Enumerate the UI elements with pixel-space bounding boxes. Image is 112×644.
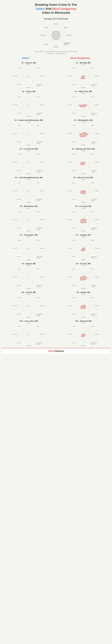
svg-line-369 (23, 300, 29, 306)
svg-text:Rape: Rape (91, 240, 94, 241)
danger-city-card: #3 – Minneapolis, MN MurderRapeRobberyAg… (56, 118, 110, 146)
svg-text:AggravatedAssault: AggravatedAssault (37, 141, 42, 144)
svg-text:Robbery: Robbery (40, 219, 44, 220)
svg-text:AggravatedAssault: AggravatedAssault (91, 227, 97, 230)
svg-text:Murder: Murder (82, 150, 85, 151)
svg-text:Car Theft: Car Theft (67, 276, 72, 278)
safe-radar-wrap: MurderRapeRobberyAggravatedAssaultBurgla… (2, 122, 55, 146)
danger-city-card: #10 – Brainerd, MN MurderRapeRobberyAggr… (56, 319, 110, 347)
svg-text:AggravatedAssault: AggravatedAssault (37, 314, 42, 316)
safe-city-card: #5 – Cold Spring/Richmond, MN MurderRape… (2, 176, 56, 204)
svg-text:Murder: Murder (27, 265, 30, 266)
safe-city-card: #1 – Kasson, MN MurderRapeRobberyAggrava… (2, 61, 56, 89)
svg-text:AggravatedAssault: AggravatedAssault (91, 256, 97, 259)
svg-text:Robbery: Robbery (40, 334, 44, 335)
safe-radar-wrap: MurderRapeRobberyAggravatedAssaultBurgla… (2, 64, 55, 88)
svg-line-155 (29, 162, 34, 168)
pair-row: #1 – Kasson, MN MurderRapeRobberyAggrava… (2, 61, 110, 89)
svg-line-279 (29, 243, 34, 248)
svg-text:Car Theft: Car Theft (67, 76, 72, 77)
svg-text:Burglary: Burglary (81, 316, 86, 318)
pair-row: #10 – Lino Lakes, MN MurderRapeRobberyAg… (2, 319, 110, 347)
svg-text:Rape: Rape (91, 268, 94, 270)
danger-city-title: #2 – Waite Park, MN (57, 90, 110, 92)
svg-line-321 (29, 272, 34, 277)
svg-line-239 (29, 220, 34, 226)
svg-line-75 (23, 99, 29, 105)
danger-city-card: #6 – St. Cloud, MN MurderRapeRobberyAggr… (56, 204, 110, 232)
svg-text:AggravatedAssault: AggravatedAssault (91, 285, 97, 287)
avg-title: Average City In Minnesota (2, 18, 110, 20)
svg-text:Larceny: Larceny (72, 342, 75, 343)
pair-row: #7 – Farmington, MN MurderRapeRobberyAgg… (2, 233, 110, 261)
svg-text:AggravatedAssault: AggravatedAssault (91, 170, 97, 172)
svg-line-29 (29, 76, 34, 82)
safe-city-title: #2 – Orono, MN (2, 90, 55, 92)
svg-marker-55 (81, 75, 86, 79)
svg-text:Arson: Arson (72, 211, 75, 212)
svg-text:Burglary: Burglary (81, 87, 86, 88)
page-container: Breaking Down Crime In The Safest And Mo… (0, 0, 112, 357)
svg-text:Car Theft: Car Theft (12, 104, 17, 106)
safe-city-card: #9 – Jordan, MN MurderRapeRobberyAggrava… (2, 290, 56, 318)
safe-radar-wrap: MurderRapeRobberyAggravatedAssaultBurgla… (2, 93, 55, 117)
safe-city-card: #6 – Minnetrista, MN MurderRapeRobberyAg… (2, 204, 56, 232)
svg-text:Burglary: Burglary (26, 316, 31, 318)
source-note: Each category of crime indexed to the wo… (2, 51, 110, 54)
danger-city-card: #5 – West St. Paul, MN MurderRapeRobbery… (56, 176, 110, 204)
svg-text:Murder: Murder (54, 23, 58, 25)
svg-line-306 (78, 243, 83, 248)
svg-text:Robbery: Robbery (95, 133, 99, 134)
pair-row: #8 – Dayton, MN MurderRapeRobberyAggrava… (2, 262, 110, 290)
svg-text:Larceny: Larceny (17, 84, 21, 85)
svg-text:Robbery: Robbery (95, 76, 99, 77)
danger-radar-wrap: MurderRapeRobberyAggravatedAssaultBurgla… (57, 122, 110, 146)
svg-text:Murder: Murder (27, 150, 30, 151)
svg-text:Larceny: Larceny (72, 141, 75, 142)
svg-line-409 (23, 335, 29, 340)
svg-text:Burglary: Burglary (81, 288, 86, 289)
svg-text:Murder: Murder (82, 265, 85, 266)
safest-column-header: Safest (22, 57, 30, 60)
svg-text:Car Theft: Car Theft (12, 133, 17, 134)
svg-text:Arson: Arson (72, 182, 75, 184)
pairs-grid: #1 – Kasson, MN MurderRapeRobberyAggrava… (2, 61, 110, 348)
svg-text:Burglary: Burglary (26, 116, 31, 117)
svg-line-199 (23, 191, 29, 197)
svg-text:Murder: Murder (82, 294, 85, 295)
svg-line-54 (78, 70, 83, 76)
safe-city-title: #10 – Lino Lakes, MN (2, 320, 55, 322)
svg-marker-97 (79, 104, 87, 107)
svg-text:Rape: Rape (37, 96, 40, 98)
svg-line-281 (29, 248, 34, 254)
svg-text:Car Theft: Car Theft (12, 190, 17, 192)
svg-text:Robbery: Robbery (40, 305, 44, 306)
svg-text:Larceny: Larceny (72, 170, 75, 171)
svg-text:Larceny: Larceny (72, 198, 75, 200)
svg-text:Murder: Murder (27, 179, 30, 180)
svg-text:Robbery: Robbery (95, 219, 99, 220)
svg-text:Burglary: Burglary (81, 259, 86, 260)
svg-line-365 (29, 306, 34, 312)
svg-text:Rape: Rape (91, 326, 94, 327)
safe-city-card: #4 – La Crescent, MN MurderRapeRobberyAg… (2, 147, 56, 175)
svg-text:AggravatedAssault: AggravatedAssault (91, 84, 97, 86)
svg-text:Robbery: Robbery (95, 162, 99, 163)
svg-marker-391 (81, 305, 86, 309)
svg-text:Rape: Rape (37, 297, 40, 298)
svg-line-222 (78, 185, 83, 191)
svg-text:AggravatedAssault: AggravatedAssault (91, 342, 97, 345)
danger-city-card: #9 – Duluth, MN MurderRapeRobberyAggrava… (56, 290, 110, 318)
danger-radar-wrap: MurderRapeRobberyAggravatedAssaultBurgla… (57, 208, 110, 232)
danger-city-card: #7 – Virginia, MN MurderRapeRobberyAggra… (56, 233, 110, 261)
svg-text:Robbery: Robbery (95, 334, 99, 335)
svg-line-197 (29, 191, 34, 197)
danger-city-title: #3 – Minneapolis, MN (57, 119, 110, 121)
danger-city-title: #10 – Brainerd, MN (57, 320, 110, 322)
svg-text:Arson: Arson (72, 125, 75, 126)
danger-radar-wrap: MurderRapeRobberyAggravatedAssaultBurgla… (57, 64, 110, 88)
svg-text:Robbery: Robbery (95, 190, 99, 192)
danger-city-title: #5 – West St. Paul, MN (57, 176, 110, 178)
svg-text:AggravatedAssault: AggravatedAssault (37, 170, 42, 172)
svg-text:Larceny: Larceny (17, 256, 21, 257)
